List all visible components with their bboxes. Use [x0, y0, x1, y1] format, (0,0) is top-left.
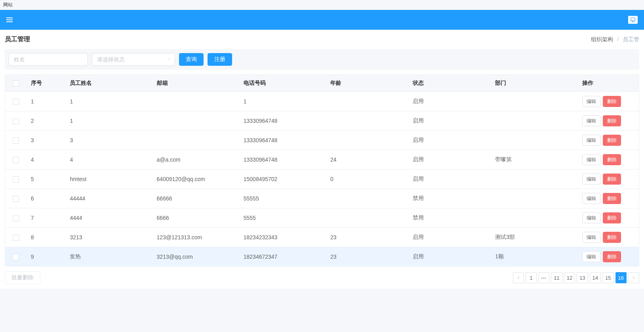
cell-name: 4 — [66, 150, 152, 170]
page-prev-button[interactable] — [513, 272, 524, 283]
cell-index: 6 — [27, 189, 66, 208]
col-header-age: 年龄 — [326, 75, 409, 92]
cell-index: 7 — [27, 208, 66, 228]
cell-index: 1 — [27, 92, 66, 111]
col-header-name: 员工姓名 — [66, 75, 152, 92]
table-header-row: 序号 员工姓名 邮箱 电话号码 年龄 状态 部门 操作 — [5, 75, 639, 92]
edit-button[interactable]: 编辑 — [582, 174, 600, 185]
cell-index: 2 — [27, 111, 66, 131]
table-row: 2113330964748启用编辑删除 — [5, 111, 639, 131]
cell-phone: 5555 — [240, 208, 326, 228]
cell-dept — [491, 111, 578, 131]
row-checkbox[interactable] — [13, 235, 19, 241]
browser-tab: 网站 — [0, 0, 644, 10]
page-number-button[interactable]: 14 — [590, 272, 601, 283]
delete-button[interactable]: 删除 — [603, 174, 621, 185]
delete-button[interactable]: 删除 — [603, 154, 621, 165]
cell-name: 4444 — [66, 208, 152, 228]
filter-bar: 查询 注册 — [5, 49, 639, 70]
cell-index: 3 — [27, 131, 66, 150]
edit-button[interactable]: 编辑 — [582, 251, 600, 262]
page-title: 员工管理 — [5, 35, 30, 44]
col-header-dept: 部门 — [491, 75, 578, 92]
page-number-button[interactable]: 1 — [526, 272, 537, 283]
row-checkbox[interactable] — [13, 137, 19, 144]
breadcrumb: 组织架构 / 员工管 — [591, 36, 639, 43]
cell-phone: 18234232343 — [240, 228, 326, 247]
cell-age: 0 — [326, 170, 409, 189]
cell-name: hmtest — [66, 170, 152, 189]
search-button[interactable]: 查询 — [179, 53, 204, 66]
cell-email: 6666 — [153, 208, 240, 228]
register-button[interactable]: 注册 — [208, 53, 232, 66]
cell-status: 启用 — [409, 170, 491, 189]
row-checkbox[interactable] — [13, 118, 19, 124]
col-header-actions: 操作 — [578, 75, 639, 92]
page-header: 员工管理 组织架构 / 员工管 — [0, 30, 644, 49]
row-checkbox[interactable] — [13, 157, 19, 163]
page-number-button[interactable]: 16 — [615, 272, 627, 283]
edit-button[interactable]: 编辑 — [582, 232, 600, 243]
delete-button[interactable]: 删除 — [603, 193, 621, 204]
delete-button[interactable]: 删除 — [603, 232, 621, 243]
cell-email — [153, 131, 240, 150]
cell-phone: 13330964748 — [240, 111, 326, 131]
edit-button[interactable]: 编辑 — [582, 135, 600, 146]
cell-name: 发热 — [66, 247, 152, 267]
status-select[interactable] — [92, 53, 175, 66]
breadcrumb-parent[interactable]: 组织架构 — [591, 36, 613, 42]
cell-phone: 18234672347 — [240, 247, 326, 267]
delete-button[interactable]: 删除 — [603, 135, 621, 146]
page-number-button[interactable]: 13 — [577, 272, 588, 283]
user-avatar[interactable] — [628, 16, 638, 24]
cell-phone: 13330964748 — [240, 131, 326, 150]
status-select-input[interactable] — [92, 53, 175, 66]
row-checkbox[interactable] — [13, 215, 19, 221]
cell-name: 1 — [66, 92, 152, 111]
cell-dept — [491, 208, 578, 228]
table-row: 9发热3213@qq.com1823467234723启用1额编辑删除 — [5, 247, 639, 267]
cell-dept: 测试3部 — [491, 228, 578, 247]
cell-dept — [491, 170, 578, 189]
cell-status: 启用 — [409, 92, 491, 111]
select-all-checkbox[interactable] — [13, 80, 19, 87]
row-checkbox[interactable] — [13, 99, 19, 105]
delete-button[interactable]: 删除 — [603, 115, 621, 126]
cell-index: 5 — [27, 170, 66, 189]
employee-table: 序号 员工姓名 邮箱 电话号码 年龄 状态 部门 操作 111启用编辑删除211… — [5, 74, 639, 267]
delete-button[interactable]: 删除 — [603, 212, 621, 223]
breadcrumb-current: 员工管 — [623, 36, 639, 42]
cell-email: 66666 — [153, 189, 240, 208]
page-number-button[interactable]: 15 — [602, 272, 614, 283]
page-number-button[interactable]: 12 — [564, 272, 575, 283]
table-row: 111启用编辑删除 — [5, 92, 639, 111]
cell-name: 1 — [66, 111, 152, 131]
table-row: 5hmtest64009120@qq.com150084957020启用编辑删除 — [5, 170, 639, 189]
cell-dept: 1额 — [491, 247, 578, 267]
row-checkbox[interactable] — [13, 196, 19, 202]
page-next-button[interactable] — [628, 272, 639, 283]
cell-index: 4 — [27, 150, 66, 170]
edit-button[interactable]: 编辑 — [582, 193, 600, 204]
delete-button[interactable]: 删除 — [603, 96, 621, 107]
cell-email: 64009120@qq.com — [153, 170, 240, 189]
edit-button[interactable]: 编辑 — [582, 212, 600, 223]
edit-button[interactable]: 编辑 — [582, 115, 600, 126]
col-header-status: 状态 — [409, 75, 491, 92]
row-checkbox[interactable] — [13, 254, 19, 260]
table-row: 83213123@121313.com1823423234323启用测试3部编辑… — [5, 228, 639, 247]
cell-status: 禁用 — [409, 208, 491, 228]
delete-button[interactable]: 删除 — [603, 251, 621, 262]
page-number-button[interactable]: 11 — [551, 272, 562, 283]
name-input[interactable] — [9, 53, 88, 66]
cell-status: 启用 — [409, 247, 491, 267]
batch-delete-button[interactable]: 批量删除 — [5, 271, 40, 284]
svg-rect-0 — [631, 18, 635, 21]
cell-dept — [491, 189, 578, 208]
cell-age — [326, 189, 409, 208]
menu-toggle-icon[interactable] — [6, 17, 13, 22]
edit-button[interactable]: 编辑 — [582, 96, 600, 107]
page-ellipsis[interactable]: ··· — [538, 272, 549, 283]
row-checkbox[interactable] — [13, 176, 19, 183]
edit-button[interactable]: 编辑 — [582, 154, 600, 165]
